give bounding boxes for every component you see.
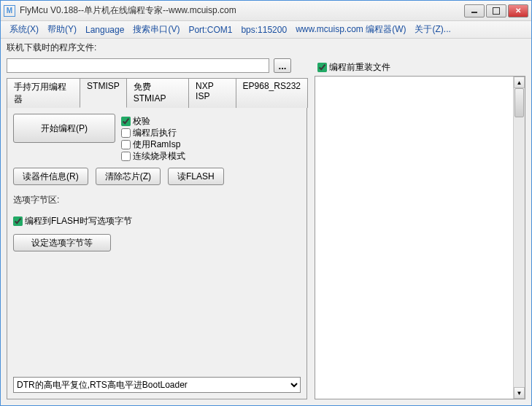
- browse-button[interactable]: ...: [274, 58, 291, 73]
- window-title: FlyMcu V0.188--单片机在线编程专家--www.mcuisp.com: [20, 4, 464, 17]
- menu-site[interactable]: www.mcuisp.com 编程器(W): [291, 21, 410, 38]
- check-continuous[interactable]: 连续烧录模式: [121, 150, 185, 162]
- scroll-up-icon[interactable]: ▲: [514, 77, 525, 88]
- tab-nxpisp[interactable]: NXP ISP: [188, 78, 236, 108]
- scroll-thumb[interactable]: [514, 88, 524, 117]
- scroll-down-icon[interactable]: ▼: [514, 387, 525, 399]
- file-input-row: ...: [7, 58, 307, 73]
- program-options: 校验 编程后执行 使用RamIsp: [121, 114, 185, 162]
- erase-chip-button[interactable]: 清除芯片(Z): [96, 168, 161, 185]
- minimize-button[interactable]: [464, 4, 485, 17]
- check-continuous-input[interactable]: [121, 152, 131, 161]
- check-run-after[interactable]: 编程后执行: [121, 127, 185, 138]
- check-flash-option[interactable]: 编程到FLASH时写选项字节: [13, 215, 132, 227]
- app-window: M FlyMcu V0.188--单片机在线编程专家--www.mcuisp.c…: [0, 0, 532, 406]
- check-flash-option-input[interactable]: [13, 216, 23, 226]
- tab-panel-stmisp: 开始编程(P) 校验 编程后执行: [7, 107, 307, 399]
- option-bytes-label: 选项字节区:: [13, 194, 301, 206]
- set-option-bytes-button[interactable]: 设定选项字节等: [13, 234, 111, 251]
- right-pane: 编程前重装文件 ▲ ▼: [315, 58, 525, 399]
- tab-strip: 手持万用编程器 STMISP 免费STMIAP NXP ISP EP968_RS…: [7, 78, 307, 108]
- check-use-ramisp-input[interactable]: [121, 140, 131, 149]
- menu-about[interactable]: 关于(Z)...: [410, 21, 455, 38]
- start-program-button[interactable]: 开始编程(P): [13, 114, 115, 143]
- tab-stmiap[interactable]: 免费STMIAP: [126, 78, 189, 108]
- menu-bps[interactable]: bps:115200: [236, 23, 291, 37]
- maximize-button[interactable]: [486, 4, 506, 17]
- file-label-row: 联机下载时的程序文件:: [7, 42, 525, 54]
- check-reload-file-input[interactable]: [317, 63, 327, 72]
- content-area: 联机下载时的程序文件: ... 手持万用编程器 STMISP 免费STMIAP …: [1, 39, 531, 405]
- tab-handheld[interactable]: 手持万用编程器: [7, 78, 80, 108]
- tab-ep968[interactable]: EP968_RS232: [236, 78, 308, 108]
- read-flash-button[interactable]: 读FLASH: [168, 168, 224, 185]
- menu-help[interactable]: 帮助(Y): [43, 21, 81, 38]
- tab-stmisp[interactable]: STMISP: [80, 78, 127, 108]
- check-verify-input[interactable]: [121, 117, 131, 126]
- menu-language[interactable]: Language: [81, 23, 128, 37]
- titlebar: M FlyMcu V0.188--单片机在线编程专家--www.mcuisp.c…: [1, 1, 531, 21]
- file-path-input[interactable]: [7, 58, 269, 73]
- app-icon: M: [4, 5, 15, 17]
- window-controls: ✕: [464, 4, 528, 17]
- reset-mode-select[interactable]: DTR的高电平复位,RTS高电平进BootLoader: [13, 377, 301, 393]
- close-button[interactable]: ✕: [508, 4, 528, 17]
- log-scrollbar[interactable]: ▲ ▼: [513, 77, 525, 399]
- menu-search-port[interactable]: 搜索串口(V): [128, 21, 184, 38]
- log-output[interactable]: [315, 77, 513, 399]
- reset-mode-row: DTR的高电平复位,RTS高电平进BootLoader: [13, 377, 301, 393]
- menu-port[interactable]: Port:COM1: [184, 23, 236, 37]
- check-verify[interactable]: 校验: [121, 115, 185, 127]
- menubar: 系统(X) 帮助(Y) Language 搜索串口(V) Port:COM1 b…: [1, 21, 531, 39]
- check-reload-file[interactable]: 编程前重装文件: [317, 61, 390, 74]
- menu-system[interactable]: 系统(X): [5, 21, 43, 38]
- log-output-box: ▲ ▼: [315, 76, 525, 399]
- read-device-info-button[interactable]: 读器件信息(R): [13, 168, 88, 185]
- file-label: 联机下载时的程序文件:: [7, 42, 96, 54]
- check-run-after-input[interactable]: [121, 128, 131, 138]
- left-pane: ... 手持万用编程器 STMISP 免费STMIAP NXP ISP EP96…: [7, 58, 307, 399]
- check-use-ramisp[interactable]: 使用RamIsp: [121, 138, 185, 150]
